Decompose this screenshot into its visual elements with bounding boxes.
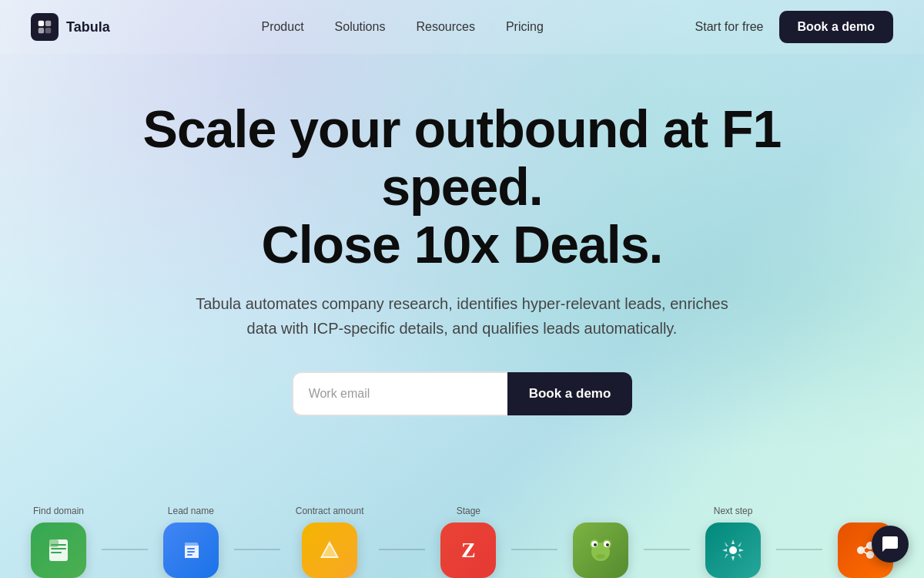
email-input[interactable] — [292, 371, 507, 416]
chat-bubble[interactable] — [872, 526, 909, 563]
app-card-arca: Contract amount — [280, 506, 380, 578]
svg-rect-7 — [51, 552, 62, 553]
app-icon-zed: Z — [440, 523, 496, 578]
hero-subtitle: Tabula automates company research, ident… — [192, 291, 732, 341]
svg-point-21 — [596, 554, 605, 559]
svg-rect-3 — [45, 28, 51, 33]
app-label-gear: Next step — [714, 506, 753, 516]
hero-title-line2: Close 10x Deals. — [262, 215, 663, 274]
book-demo-hero-button[interactable]: Book a demo — [507, 372, 633, 415]
connector-2 — [234, 549, 280, 550]
svg-point-23 — [857, 546, 865, 554]
connector-6 — [776, 549, 822, 550]
svg-line-27 — [864, 552, 868, 554]
svg-rect-9 — [187, 548, 195, 549]
svg-point-19 — [594, 543, 597, 546]
logo-text: Tabula — [66, 19, 110, 35]
zed-letter: Z — [461, 538, 476, 563]
svg-point-20 — [606, 543, 609, 546]
page-wrapper: Tabula Product Solutions Resources Prici… — [0, 0, 924, 578]
start-for-free-button[interactable]: Start for free — [695, 20, 764, 34]
app-icon-frog — [573, 523, 628, 578]
nav-solutions[interactable]: Solutions — [335, 20, 386, 33]
navbar: Tabula Product Solutions Resources Prici… — [0, 0, 924, 54]
svg-rect-0 — [38, 21, 44, 26]
connector-4 — [511, 549, 557, 550]
app-card-notion: Lead name — [148, 506, 234, 578]
app-label-zed: Stage — [457, 506, 480, 516]
connector-1 — [102, 549, 148, 550]
svg-rect-8 — [49, 539, 59, 547]
bottom-strip: Find domain Lead name — [0, 486, 924, 578]
app-label-arca: Contract amount — [296, 506, 364, 516]
nav-resources[interactable]: Resources — [416, 20, 474, 33]
app-icon-arca — [302, 523, 357, 578]
hero-title-line1: Scale your outbound at F1 speed. — [143, 99, 782, 216]
svg-rect-11 — [187, 554, 192, 556]
book-demo-nav-button[interactable]: Book a demo — [779, 11, 893, 43]
hero-title: Scale your outbound at F1 speed. Close 1… — [116, 100, 808, 273]
svg-rect-6 — [51, 548, 66, 549]
svg-line-26 — [864, 546, 868, 549]
svg-point-22 — [729, 546, 737, 554]
svg-rect-1 — [45, 21, 51, 26]
nav-actions: Start for free Book a demo — [695, 11, 893, 43]
app-icon-notion — [163, 523, 219, 578]
logo-link[interactable]: Tabula — [31, 13, 110, 41]
app-icon-gear — [705, 523, 761, 578]
app-label-notion: Lead name — [168, 506, 214, 516]
nav-pricing[interactable]: Pricing — [506, 20, 544, 33]
nav-links: Product Solutions Resources Pricing — [261, 20, 543, 34]
logo-icon — [31, 13, 59, 41]
hero-section: Scale your outbound at F1 speed. Close 1… — [0, 54, 924, 447]
svg-rect-2 — [38, 28, 44, 33]
hero-cta: Book a demo — [292, 371, 633, 416]
svg-rect-10 — [187, 551, 195, 553]
connector-3 — [379, 549, 425, 550]
connector-5 — [644, 549, 690, 550]
app-card-frog — [557, 516, 644, 578]
app-card-sheets: Find domain — [15, 506, 102, 578]
app-card-zed: Stage Z — [425, 506, 511, 578]
nav-product[interactable]: Product — [261, 20, 303, 33]
chat-icon — [881, 535, 899, 553]
app-label-sheets: Find domain — [33, 506, 84, 516]
app-card-gear: Next step — [690, 506, 776, 578]
app-icon-sheets — [31, 523, 86, 578]
